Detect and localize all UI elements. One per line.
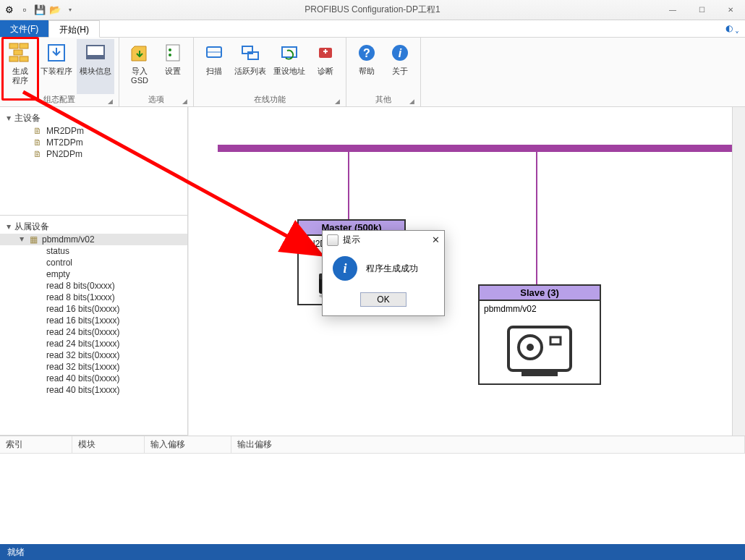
svg-rect-4 xyxy=(20,56,28,61)
download-program-button[interactable]: 下装程序 xyxy=(38,39,75,94)
help-icon[interactable]: ◐ ˬ xyxy=(720,20,745,37)
ribbon-group-config-label: 组态配置◢ xyxy=(4,94,114,106)
diagnostics-label: 诊断 xyxy=(318,67,333,76)
svg-rect-0 xyxy=(9,43,18,48)
dialog-launcher-icon[interactable]: ◢ xyxy=(409,98,414,105)
drop-line-master xyxy=(348,152,349,221)
ribbon: 生成 程序 下装程序 模块信息 组态配置◢ 导入 G xyxy=(0,38,745,107)
slaves-root[interactable]: ▸从属设备 xyxy=(0,220,187,234)
doc-icon: 🗎 xyxy=(32,126,43,136)
masters-tree: ▸主设备 🗎MR2DPm🗎MT2DPm🗎PN2DPm xyxy=(0,107,187,216)
settings-icon xyxy=(161,41,185,65)
scan-label: 扫描 xyxy=(206,67,222,76)
tree-item[interactable]: status xyxy=(0,245,187,257)
close-button[interactable]: ✕ xyxy=(716,0,745,20)
status-bar: 就绪 xyxy=(0,544,745,560)
dialog-ok-button[interactable]: OK xyxy=(360,292,406,307)
ribbon-group-online-label: 在线功能◢ xyxy=(198,94,341,106)
tree-item[interactable]: read 24 bits(0xxxx) xyxy=(0,326,187,338)
ribbon-group-other-label: 其他◢ xyxy=(351,94,416,106)
tab-file[interactable]: 文件(F) xyxy=(0,20,48,37)
bricks-icon xyxy=(8,41,33,65)
device-icon: ▦ xyxy=(27,234,39,245)
slave-node[interactable]: ▸▦pbmdmm/v02 xyxy=(0,234,187,245)
ribbon-group-config: 生成 程序 下装程序 模块信息 组态配置◢ xyxy=(0,38,119,106)
minimize-button[interactable]: — xyxy=(658,0,687,20)
reset-address-button[interactable]: 重设地址 xyxy=(271,39,308,94)
tree-item[interactable]: empty xyxy=(0,268,187,280)
info-icon: i xyxy=(333,256,357,281)
about-icon: i xyxy=(388,41,412,65)
window-title: PROFIBUS Configuration-DP工程1 xyxy=(305,4,440,16)
module-info-button[interactable]: 模块信息 xyxy=(77,39,114,94)
svg-text:i: i xyxy=(399,47,402,59)
dialog-title: 提示 xyxy=(343,234,360,246)
diagnostics-icon xyxy=(313,41,338,65)
dialog-launcher-icon[interactable]: ◢ xyxy=(108,98,113,105)
expand-icon[interactable]: ▸ xyxy=(4,114,14,124)
qat-dropdown-icon[interactable]: ▾ xyxy=(64,4,77,17)
about-label: 关于 xyxy=(392,67,408,76)
live-list-button[interactable]: 活跃列表 xyxy=(231,39,269,94)
tab-start[interactable]: 开始(H) xyxy=(48,20,100,38)
download-icon xyxy=(44,41,69,65)
save-icon[interactable]: 💾 xyxy=(33,4,46,17)
about-button[interactable]: i 关于 xyxy=(384,39,416,94)
gear-icon[interactable]: ⚙ xyxy=(3,4,16,17)
col-module[interactable]: 模块 xyxy=(72,436,145,453)
reset-address-icon xyxy=(277,41,302,65)
dialog-titlebar[interactable]: 提示 ✕ xyxy=(323,231,444,249)
svg-rect-17 xyxy=(325,49,326,54)
diagnostics-button[interactable]: 诊断 xyxy=(310,39,341,94)
tree-item[interactable]: read 24 bits(1xxxx) xyxy=(0,338,187,349)
drop-line-slave xyxy=(536,152,537,286)
tree-item[interactable]: read 40 bits(0xxxx) xyxy=(0,373,187,384)
title-bar: ⚙ ▫ 💾 📂 ▾ PROFIBUS Configuration-DP工程1 —… xyxy=(0,0,745,20)
generate-program-button[interactable]: 生成 程序 xyxy=(4,39,36,94)
module-info-icon xyxy=(83,41,108,65)
module-info-label: 模块信息 xyxy=(80,67,111,76)
tree-item[interactable]: read 32 bits(0xxxx) xyxy=(0,349,187,361)
expand-icon[interactable]: ▸ xyxy=(4,222,14,232)
ribbon-group-options: 导入 GSD 设置 选项◢ xyxy=(119,38,194,106)
dialog-close-button[interactable]: ✕ xyxy=(432,234,440,245)
settings-button[interactable]: 设置 xyxy=(157,39,189,94)
import-gsd-label: 导入 GSD xyxy=(131,67,148,85)
dialog-app-icon xyxy=(327,234,339,246)
dialog-launcher-icon[interactable]: ◢ xyxy=(335,98,340,105)
tree-item[interactable]: 🗎MT2DPm xyxy=(0,137,187,148)
tree-item[interactable]: control xyxy=(0,257,187,268)
expand-icon[interactable]: ▸ xyxy=(17,234,27,245)
masters-root[interactable]: ▸主设备 xyxy=(0,111,187,125)
col-in-offset[interactable]: 输入偏移 xyxy=(145,436,231,453)
maximize-button[interactable]: ☐ xyxy=(687,0,716,20)
help-button[interactable]: ? 帮助 xyxy=(351,39,383,94)
tree-item[interactable]: read 8 bits(1xxxx) xyxy=(0,292,187,303)
workspace: ▸主设备 🗎MR2DPm🗎MT2DPm🗎PN2DPm ▸从属设备 ▸▦pbmdm… xyxy=(0,107,745,544)
new-icon[interactable]: ▫ xyxy=(18,4,31,17)
tree-item[interactable]: read 40 bits(1xxxx) xyxy=(0,384,187,396)
col-index[interactable]: 索引 xyxy=(0,436,72,453)
tree-item[interactable]: read 32 bits(1xxxx) xyxy=(0,361,187,373)
tree-item[interactable]: read 16 bits(0xxxx) xyxy=(0,303,187,315)
slave-node-box[interactable]: Slave (3) pbmdmm/v02 xyxy=(478,284,601,385)
scan-icon xyxy=(202,41,226,65)
tree-item[interactable]: read 8 bits(0xxxx) xyxy=(0,280,187,292)
help-icon: ? xyxy=(354,41,379,65)
tree-item[interactable]: read 16 bits(1xxxx) xyxy=(0,315,187,326)
svg-rect-1 xyxy=(20,43,28,48)
scan-button[interactable]: 扫描 xyxy=(198,39,230,94)
import-gsd-button[interactable]: 导入 GSD xyxy=(124,39,156,94)
tree-item[interactable]: 🗎MR2DPm xyxy=(0,125,187,137)
tree-item[interactable]: 🗎PN2DPm xyxy=(0,148,187,160)
reset-address-label: 重设地址 xyxy=(273,67,305,76)
dialog-launcher-icon[interactable]: ◢ xyxy=(182,98,187,105)
grid-body[interactable] xyxy=(0,454,745,544)
open-icon[interactable]: 📂 xyxy=(48,4,61,17)
svg-rect-2 xyxy=(14,50,22,55)
svg-text:?: ? xyxy=(363,47,370,59)
doc-icon: 🗎 xyxy=(32,137,43,148)
slave-node-title: Slave (3) xyxy=(480,286,600,301)
col-out-offset[interactable]: 输出偏移 xyxy=(231,436,745,453)
grid-pane: 索引 模块 输入偏移 输出偏移 xyxy=(0,436,745,544)
